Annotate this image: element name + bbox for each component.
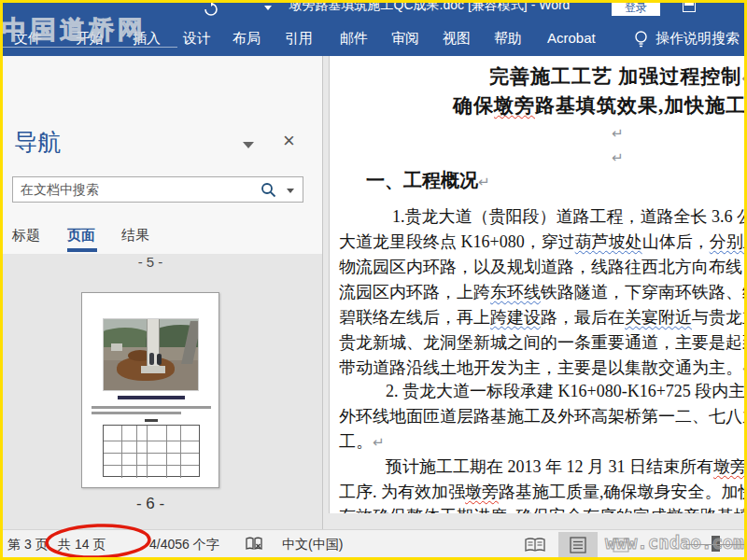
tab-design[interactable]: 设计	[183, 30, 211, 48]
tab-review[interactable]: 审阅	[391, 30, 419, 48]
ribbon-tab-bar: 文件 开始 插入 设计 布局 引用 邮件 审阅 视图 帮助 Acrobat 操作…	[0, 22, 747, 56]
navigation-pane-title: 导航	[14, 127, 61, 158]
doc-title-line-1: 完善施工工艺 加强过程控制↵	[489, 65, 747, 90]
construction-photo	[103, 318, 199, 391]
doc-body-line: 工序. 为有效加强墩旁路基施工质量,确保墩身安全。加快	[339, 481, 747, 503]
read-mode-button[interactable]	[515, 532, 555, 558]
search-input[interactable]	[13, 177, 303, 202]
navigation-pane: 导航 × 标题 页面 结果 - 5 -	[0, 56, 323, 529]
doc-body-line: 大道龙里段终点 K16+080，穿过葫芦坡处山体后，分别上	[339, 231, 747, 253]
title-bar: 墩旁路基填筑施工QC成果.doc [兼容模式] - Word 登录	[0, 0, 747, 22]
doc-body-line: 贵龙新城、龙洞堡新城之间的一条重要通道，主要是起到	[339, 331, 747, 354]
tab-mailings[interactable]: 邮件	[340, 30, 368, 48]
status-bar: 第 3 页 共 14 页 4/4056 个字 中文(中国)	[0, 529, 747, 560]
tell-me-search[interactable]: 操作说明搜索	[655, 30, 740, 48]
thumbnail-table	[103, 425, 200, 477]
tab-file[interactable]: 文件	[14, 30, 42, 48]
document-search-box[interactable]	[12, 176, 303, 203]
empty-paragraph: ↵	[612, 121, 624, 145]
doc-heading-1: 一、工程概况↵	[366, 169, 490, 193]
repeat-icon[interactable]	[204, 2, 218, 17]
tab-help[interactable]: 帮助	[494, 30, 522, 48]
tab-acrobat[interactable]: Acrobat	[547, 30, 596, 46]
sign-in-button[interactable]: 登录	[612, 0, 660, 16]
document-page[interactable]: 完善施工工艺 加强过程控制↵ 确保墩旁路基填筑效果,加快施工进 ↵ ↵ 一、工程…	[329, 56, 747, 513]
doc-body-line: 带动道路沿线土地开发为主，主要是以集散交通为主。↵	[339, 357, 747, 380]
doc-body-line: 碧联络左线后，再上跨建设路，最后在关宴附近与贵龙立交	[339, 306, 747, 329]
ribbon-display-options-icon[interactable]	[683, 1, 696, 12]
tab-insert[interactable]: 插入	[133, 30, 161, 48]
page-5-label: - 5 -	[81, 254, 219, 270]
doc-body-line: 2. 贵龙大道一标段承建 K16+080-K16+725 段内主线路	[386, 380, 747, 402]
doc-body-line: 流园区内环路，上跨东环线铁路隧道，下穿南环铁路、绕城	[339, 281, 747, 303]
doc-body-line: 1.贵龙大道（贵阳段）道路工程，道路全长 3.6 公里，	[392, 205, 747, 228]
search-options-caret-icon[interactable]	[287, 189, 294, 193]
web-layout-button[interactable]	[601, 532, 641, 558]
photo-caption-bar	[118, 396, 185, 399]
total-pages[interactable]: 共 14 页	[58, 530, 106, 558]
tab-view[interactable]: 视图	[443, 30, 471, 48]
proofing-errors-icon[interactable]	[246, 537, 262, 552]
print-layout-icon	[570, 537, 586, 553]
tell-me-bulb-icon[interactable]	[633, 30, 649, 49]
word-count[interactable]: 4/4056 个字	[149, 530, 219, 558]
watermark-underline	[0, 47, 177, 48]
doc-body-line: 预计施工工期在 2013 年 12 月 31 日结束所有墩旁路基	[386, 455, 747, 478]
word-window: 墩旁路基填筑施工QC成果.doc [兼容模式] - Word 登录 文件 开始 …	[0, 0, 747, 560]
watermark-strike-line	[686, 544, 745, 545]
page-thumbnails-list[interactable]: - 5 -	[0, 254, 322, 560]
page-6-thumbnail[interactable]	[81, 292, 219, 488]
table-caption-bar	[145, 419, 158, 422]
doc-body-line: 外环线地面匝道层路基施工及外环高架桥第一二、七八九	[339, 405, 747, 427]
doc-body-line: 物流园区内环路，以及规划道路，线路往西北方向布线，分	[339, 256, 747, 278]
nav-tab-results[interactable]: 结果	[121, 227, 149, 245]
document-canvas: 完善施工工艺 加强过程控制↵ 确保墩旁路基填筑效果,加快施工进 ↵ ↵ 一、工程…	[323, 56, 747, 529]
doc-body-line: 有效确保整体工期进度, 确保安全有序的完成墩旁路基填筑	[339, 505, 747, 513]
tab-layout[interactable]: 布局	[233, 30, 261, 48]
tab-references[interactable]: 引用	[285, 30, 313, 48]
print-layout-button[interactable]	[558, 532, 598, 558]
doc-title-line-2: 确保墩旁路基填筑效果,加快施工进	[453, 94, 747, 117]
nav-tab-headings[interactable]: 标题	[12, 227, 40, 245]
document-title: 墩旁路基填筑施工QC成果.doc [兼容模式] - Word	[233, 0, 626, 21]
nav-tab-pages[interactable]: 页面	[67, 227, 95, 245]
page-6-label: - 6 -	[81, 495, 219, 513]
web-layout-icon	[613, 538, 629, 553]
language-indicator[interactable]: 中文(中国)	[282, 530, 343, 558]
tab-home[interactable]: 开始	[76, 30, 104, 48]
navigation-close-icon[interactable]: ×	[283, 131, 295, 151]
read-mode-icon	[525, 538, 545, 553]
search-icon[interactable]	[261, 182, 276, 198]
empty-paragraph: ↵	[612, 146, 624, 169]
doc-body-line: 工。↵	[339, 430, 385, 454]
active-tab-underline	[67, 248, 97, 252]
navigation-options-caret-icon[interactable]	[243, 142, 254, 148]
page-indicator[interactable]: 第 3 页	[7, 530, 49, 558]
